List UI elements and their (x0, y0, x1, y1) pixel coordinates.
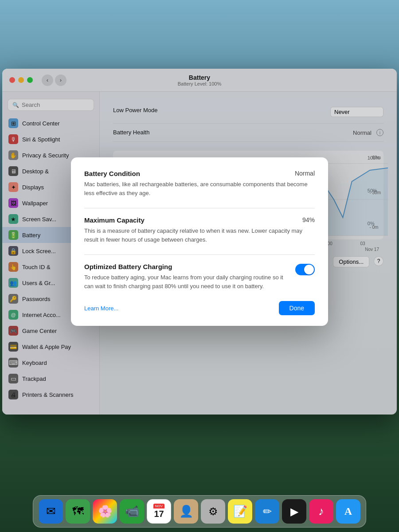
dock-settings[interactable]: ⚙ (201, 499, 225, 524)
max-capacity-title: Maximum Capacity (84, 216, 145, 224)
optimized-charging-content: Optimized Battery Charging To reduce bat… (84, 263, 295, 290)
battery-condition-value: Normal (295, 170, 315, 177)
dock-calendar[interactable]: NOV 17 (147, 499, 171, 524)
dock-appletv[interactable]: ▶ (282, 499, 306, 524)
optimized-charging-desc: To reduce battery aging, your Mac learns… (84, 273, 286, 290)
dock-contacts[interactable]: 👤 (174, 499, 198, 524)
contacts-icon: 👤 (179, 505, 193, 518)
optimized-charging-section: Optimized Battery Charging To reduce bat… (84, 263, 315, 290)
dock-mail[interactable]: ✉ (39, 499, 63, 524)
modal-footer: Learn More... Done (84, 301, 315, 315)
system-preferences-window: ‹ › Battery Battery Level: 100% 🔍 ⊞ Cont… (2, 69, 397, 415)
max-capacity-section: Maximum Capacity 94% This is a measure o… (84, 216, 315, 244)
optimized-charging-toggle[interactable] (295, 264, 315, 275)
calendar-content: NOV 17 (153, 504, 164, 519)
dock-maps[interactable]: 🗺 (66, 499, 90, 524)
dock-photos[interactable]: 🌸 (93, 499, 117, 524)
notes-icon: 📝 (233, 505, 247, 518)
calendar-day: 17 (153, 509, 164, 519)
battery-health-modal: Battery Condition Normal Mac batteries, … (71, 157, 328, 326)
mail-icon: ✉ (46, 505, 56, 518)
dock-appstore[interactable]: A (336, 499, 360, 524)
modal-divider-2 (84, 254, 315, 255)
battery-condition-header: Battery Condition Normal (84, 170, 315, 180)
dock-freeform[interactable]: ✏ (255, 499, 279, 524)
appstore-icon: A (344, 505, 352, 517)
dock: ✉ 🗺 🌸 📹 NOV 17 👤 ⚙ 📝 ✏ ▶ ♪ A (33, 495, 366, 528)
max-capacity-value: 94% (302, 216, 315, 223)
freeform-icon: ✏ (263, 505, 272, 518)
battery-condition-section: Battery Condition Normal Mac batteries, … (84, 170, 315, 197)
maps-icon: 🗺 (72, 505, 84, 518)
optimized-charging-title: Optimized Battery Charging (84, 263, 286, 270)
settings-icon: ⚙ (208, 505, 218, 518)
dock-facetime[interactable]: 📹 (120, 499, 144, 524)
done-button[interactable]: Done (279, 301, 315, 315)
toggle-knob (304, 265, 314, 274)
modal-divider-1 (84, 208, 315, 208)
facetime-icon: 📹 (125, 505, 139, 518)
dock-notes[interactable]: 📝 (228, 499, 252, 524)
modal-overlay: Battery Condition Normal Mac batteries, … (2, 69, 397, 415)
photos-icon: 🌸 (98, 505, 112, 518)
dock-music[interactable]: ♪ (309, 499, 333, 524)
battery-condition-desc: Mac batteries, like all rechargeable bat… (84, 180, 315, 197)
optimized-charging-row: Optimized Battery Charging To reduce bat… (84, 263, 315, 290)
max-capacity-header: Maximum Capacity 94% (84, 216, 315, 227)
learn-more-button[interactable]: Learn More... (84, 302, 118, 314)
calendar-month: NOV (153, 504, 164, 509)
toggle-container (295, 263, 315, 275)
music-icon: ♪ (318, 505, 324, 518)
battery-condition-title: Battery Condition (84, 170, 140, 177)
appletv-icon: ▶ (290, 505, 298, 518)
max-capacity-desc: This is a measure of battery capacity re… (84, 227, 315, 244)
